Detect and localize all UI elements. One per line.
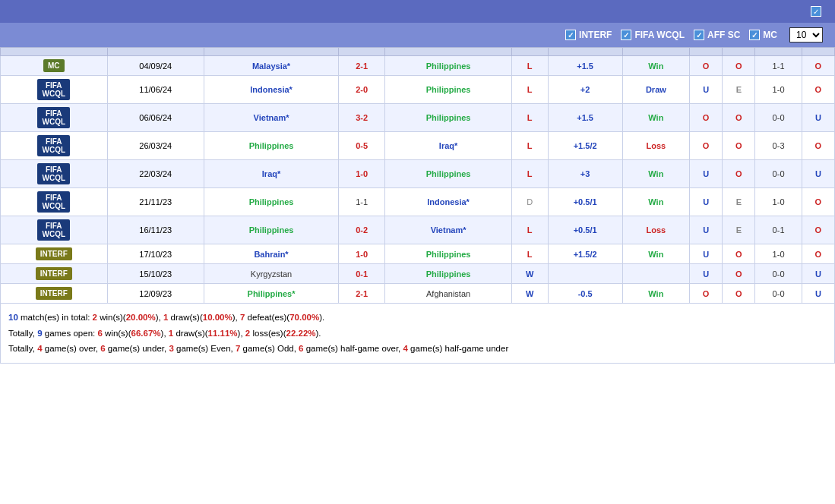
summary-section: 10 match(es) in total: 2 win(s)(20.00%),… xyxy=(0,304,835,364)
col-date xyxy=(107,48,204,56)
cell-ou25: U xyxy=(690,76,723,104)
cell-handicap: +0.5/1 xyxy=(548,216,622,244)
cell-outcome: W xyxy=(511,264,548,284)
cell-team1[interactable]: Philippines* xyxy=(204,284,339,304)
summary-part: defeat(es)( xyxy=(245,313,289,322)
summary-part: game(s) half-game under xyxy=(408,344,508,353)
games-select[interactable]: 10 5 15 20 25 30 xyxy=(789,27,823,43)
cell-team2[interactable]: Philippines xyxy=(385,160,512,188)
result-value: 1-0 xyxy=(356,250,368,259)
interf-checkbox[interactable]: ✓ xyxy=(565,30,576,40)
cell-team2[interactable]: Vietnam* xyxy=(385,216,512,244)
cell-team2[interactable]: Iraq* xyxy=(385,132,512,160)
cell-oe: O xyxy=(723,284,755,304)
result-value: 3-2 xyxy=(356,113,368,122)
cell-match: FIFAWCQL xyxy=(1,160,108,188)
cell-match: INTERF xyxy=(1,284,108,304)
result-value: 2-0 xyxy=(356,85,368,94)
filter-aff-sc[interactable]: ✓ AFF SC xyxy=(694,30,740,40)
cell-team1[interactable]: Vietnam* xyxy=(204,104,339,132)
match-badge: FIFAWCQL xyxy=(37,135,70,156)
cell-ou075: O xyxy=(802,216,834,244)
cell-result: 2-1 xyxy=(339,56,385,76)
cell-odds: Win xyxy=(622,284,689,304)
cell-date: 16/11/23 xyxy=(107,216,204,244)
summary-part: 66.67% xyxy=(131,329,161,338)
filter-fifa-wcql[interactable]: ✓ FIFA WCQL xyxy=(621,30,685,40)
cell-team1[interactable]: Philippines xyxy=(204,216,339,244)
cell-team2[interactable]: Philippines xyxy=(385,76,512,104)
cell-date: 21/11/23 xyxy=(107,188,204,216)
summary-part: ), xyxy=(238,329,245,338)
table-row: MC 04/09/24 Malaysia* 2-1 Philippines L … xyxy=(1,56,835,76)
filter-interf[interactable]: ✓ INTERF xyxy=(565,30,612,40)
col-team2 xyxy=(385,48,512,56)
cell-ou075: O xyxy=(802,56,834,76)
cell-odds: Loss xyxy=(622,216,689,244)
cell-ou25: O xyxy=(690,104,723,132)
col-team1 xyxy=(204,48,339,56)
cell-ou25: U xyxy=(690,264,723,284)
cell-match: MC xyxy=(1,56,108,76)
summary-part: ), xyxy=(232,313,240,322)
cell-date: 04/09/24 xyxy=(107,56,204,76)
match-badge: FIFAWCQL xyxy=(37,163,70,184)
result-value: 0-2 xyxy=(356,225,368,235)
filter-mc[interactable]: ✓ MC xyxy=(749,30,777,40)
cell-handicap: +1.5 xyxy=(548,56,622,76)
cell-team1[interactable]: Philippines xyxy=(204,188,339,216)
table-row: INTERF 17/10/23 Bahrain* 1-0 Philippines… xyxy=(1,244,835,264)
summary-part: ), xyxy=(156,313,163,322)
cell-ou075: U xyxy=(802,104,834,132)
cell-ht: 0-3 xyxy=(755,132,802,160)
cell-outcome: L xyxy=(511,132,548,160)
cell-match: FIFAWCQL xyxy=(1,216,108,244)
cell-team2[interactable]: Philippines xyxy=(385,104,512,132)
col-result xyxy=(339,48,385,56)
result-value: 2-1 xyxy=(356,61,368,71)
display-notes-checkbox[interactable]: ✓ xyxy=(811,6,821,17)
cell-ou075: O xyxy=(802,244,834,264)
cell-team1[interactable]: Philippines xyxy=(204,132,339,160)
aff-sc-checkbox[interactable]: ✓ xyxy=(694,30,704,40)
match-badge: INTERF xyxy=(36,267,72,280)
cell-ou25: U xyxy=(690,244,723,264)
cell-oe: E xyxy=(723,76,755,104)
cell-match: FIFAWCQL xyxy=(1,76,108,104)
cell-match: INTERF xyxy=(1,244,108,264)
cell-team2[interactable]: Afghanistan xyxy=(385,284,512,304)
cell-match: INTERF xyxy=(1,264,108,284)
cell-ou075: O xyxy=(802,76,834,104)
cell-team1[interactable]: Kyrgyzstan xyxy=(204,264,339,284)
cell-outcome: L xyxy=(511,104,548,132)
cell-team2[interactable]: Philippines xyxy=(385,264,512,284)
summary-part: win(s)( xyxy=(97,313,126,322)
cell-outcome: D xyxy=(511,188,548,216)
cell-team1[interactable]: Iraq* xyxy=(204,160,339,188)
col-over-under-075 xyxy=(802,48,834,56)
mc-checkbox[interactable]: ✓ xyxy=(749,30,760,40)
cell-team2[interactable]: Philippines xyxy=(385,244,512,264)
table-row: FIFAWCQL 11/06/24 Indonesia* 2-0 Philipp… xyxy=(1,76,835,104)
filter-bar: ✓ INTERF ✓ FIFA WCQL ✓ AFF SC ✓ MC 10 5 … xyxy=(0,23,835,47)
cell-team1[interactable]: Bahrain* xyxy=(204,244,339,264)
cell-outcome: L xyxy=(511,216,548,244)
cell-date: 26/03/24 xyxy=(107,132,204,160)
cell-oe: O xyxy=(723,132,755,160)
cell-handicap: +2 xyxy=(548,76,622,104)
cell-team1[interactable]: Indonesia* xyxy=(204,76,339,104)
cell-ht: 1-0 xyxy=(755,244,802,264)
cell-team2[interactable]: Indonesia* xyxy=(385,188,512,216)
summary-part: 11.11% xyxy=(208,329,238,338)
cell-team1[interactable]: Malaysia* xyxy=(204,56,339,76)
fifa-wcql-checkbox[interactable]: ✓ xyxy=(621,30,631,40)
cell-odds: Win xyxy=(622,56,689,76)
match-badge: INTERF xyxy=(36,247,72,260)
cell-outcome: W xyxy=(511,284,548,304)
summary-part: game(s) Odd, xyxy=(240,344,299,353)
match-badge: INTERF xyxy=(36,287,72,300)
match-badge: FIFAWCQL xyxy=(37,219,70,241)
cell-ou075: U xyxy=(802,264,834,284)
cell-team2[interactable]: Philippines xyxy=(385,56,512,76)
summary-part: draw(s)( xyxy=(173,329,207,338)
